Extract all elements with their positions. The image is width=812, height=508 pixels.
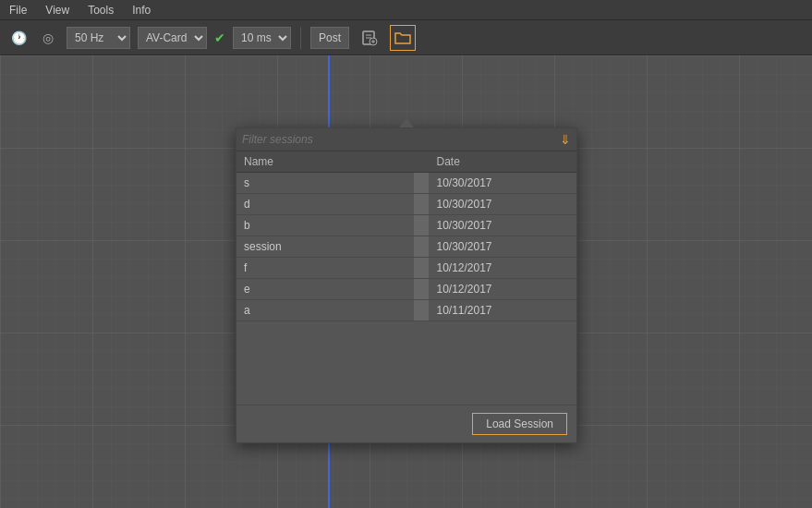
toolbar: 🕐 ◎ 50 Hz 60 Hz 100 Hz AV-Card ✔ 10 ms 2… (0, 20, 812, 55)
table-header-row: Name Date (236, 151, 576, 173)
table-row[interactable]: session 10/30/2017 (236, 236, 576, 258)
session-date: 10/11/2017 (429, 300, 576, 321)
sessions-table: Name Date s 10/30/2017 d 10/30/2017 b 10… (236, 151, 576, 321)
session-name: f (236, 258, 414, 279)
freq-icon[interactable]: ◎ (37, 27, 59, 49)
load-session-button[interactable]: Load Session (472, 413, 567, 435)
toolbar-divider (300, 27, 301, 49)
session-date: 10/30/2017 (429, 215, 576, 236)
main-area: ⇓ Name Date s 10/30/2017 d 10/30/2017 b … (0, 55, 812, 508)
table-row[interactable]: b 10/30/2017 (236, 215, 576, 236)
session-name: s (236, 173, 414, 194)
session-name: d (236, 194, 414, 215)
popup-arrow (399, 118, 414, 127)
table-row[interactable]: e 10/12/2017 (236, 279, 576, 300)
open-folder-icon[interactable] (390, 25, 416, 51)
col-divider-cell (414, 279, 429, 300)
clock-icon[interactable]: 🕐 (7, 27, 30, 49)
filter-input[interactable] (242, 133, 560, 146)
col-divider-cell (414, 194, 429, 215)
session-date: 10/30/2017 (429, 236, 576, 258)
session-dialog: ⇓ Name Date s 10/30/2017 d 10/30/2017 b … (236, 127, 577, 443)
post-button[interactable]: Post (310, 27, 349, 49)
menu-bar: File View Tools Info (0, 0, 812, 20)
session-name: b (236, 215, 414, 236)
filter-bar: ⇓ (236, 128, 576, 151)
menu-file[interactable]: File (6, 2, 30, 18)
frequency-select[interactable]: 50 Hz 60 Hz 100 Hz (67, 27, 130, 49)
col-divider-cell (414, 215, 429, 236)
menu-info[interactable]: Info (128, 2, 154, 18)
col-divider (414, 151, 429, 173)
col-divider-cell (414, 300, 429, 321)
session-name: e (236, 279, 414, 300)
col-divider-cell (414, 258, 429, 279)
session-date: 10/30/2017 (429, 194, 576, 215)
table-row[interactable]: d 10/30/2017 (236, 194, 576, 215)
menu-tools[interactable]: Tools (84, 2, 117, 18)
menu-view[interactable]: View (42, 2, 73, 18)
session-date: 10/30/2017 (429, 173, 576, 194)
session-date: 10/12/2017 (429, 279, 576, 300)
session-name: session (236, 236, 414, 258)
table-row[interactable]: s 10/30/2017 (236, 173, 576, 194)
session-name: a (236, 300, 414, 321)
col-header-name: Name (236, 151, 414, 173)
col-divider-cell (414, 173, 429, 194)
device-status-icon: ✔ (214, 30, 225, 45)
table-row[interactable]: a 10/11/2017 (236, 300, 576, 321)
session-date: 10/12/2017 (429, 258, 576, 279)
interval-select[interactable]: 10 ms 20 ms 5 ms (233, 27, 291, 49)
filter-icon[interactable]: ⇓ (560, 132, 571, 147)
device-select[interactable]: AV-Card (138, 27, 207, 49)
new-session-icon[interactable] (357, 25, 382, 51)
session-empty-area (236, 321, 576, 405)
col-header-date: Date (429, 151, 576, 173)
session-footer: Load Session (236, 405, 576, 442)
col-divider-cell (414, 236, 429, 258)
table-row[interactable]: f 10/12/2017 (236, 258, 576, 279)
